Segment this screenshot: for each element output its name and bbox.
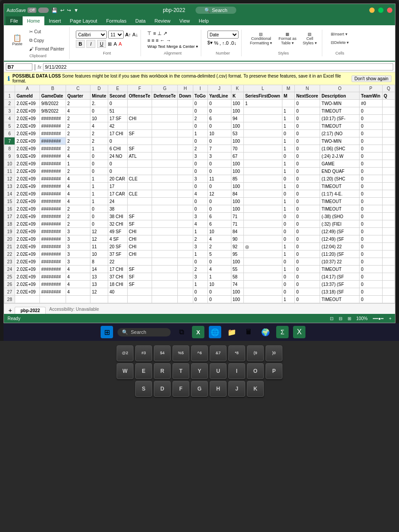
cell-r9c15[interactable]: (:24) 2-J.W: [320, 153, 360, 160]
cell-r11c1[interactable]: 2.02E+09: [15, 168, 40, 175]
key-at-2[interactable]: @2: [117, 345, 133, 361]
cell-r16c13[interactable]: 1: [282, 205, 294, 213]
cell-r20c12[interactable]: [243, 235, 282, 243]
cell-r21c11[interactable]: 92: [231, 243, 243, 250]
cell-r21c12[interactable]: ◎: [243, 243, 282, 250]
cell-r24c4[interactable]: 14: [90, 266, 108, 273]
cell-r16c1[interactable]: 2.02E+09: [15, 205, 40, 213]
cell-r13c7[interactable]: [152, 183, 178, 190]
calculator-taskbar-icon[interactable]: 🖩: [243, 326, 255, 338]
cell-r4c4[interactable]: 10: [90, 115, 108, 122]
key-t[interactable]: T: [172, 363, 189, 379]
cell-r2c15[interactable]: TWO-MIN: [320, 100, 360, 107]
row-header-8[interactable]: 8: [4, 145, 15, 153]
cell-r16c5[interactable]: 38: [108, 205, 127, 213]
cell-r15c10[interactable]: 0: [207, 198, 231, 205]
cell-r20c7[interactable]: [152, 235, 178, 243]
cell-r24c5[interactable]: 17 CHI: [108, 266, 127, 273]
cell-r11c16[interactable]: 0: [360, 168, 382, 175]
cell-r27c12[interactable]: [243, 288, 282, 296]
bold-button[interactable]: B: [76, 40, 85, 48]
cell-r26c7[interactable]: [152, 281, 178, 288]
cell-r10c2[interactable]: ########: [39, 160, 66, 168]
cell-r27c15[interactable]: (13:18) (SF: [320, 288, 360, 296]
cell-r25c9[interactable]: 3: [193, 273, 207, 281]
cell-r24c8[interactable]: [177, 266, 193, 273]
cell-r9c9[interactable]: 3: [193, 153, 207, 160]
cell-r27c13[interactable]: 0: [282, 288, 294, 296]
cell-r25c10[interactable]: 1: [207, 273, 231, 281]
cell-r14c14[interactable]: 0: [295, 190, 320, 198]
cell-r18c8[interactable]: [177, 220, 193, 228]
cell-r4c16[interactable]: 0: [360, 115, 382, 122]
cell-r19c16[interactable]: 0: [360, 228, 382, 235]
cell-r25c4[interactable]: 13: [90, 273, 108, 281]
cell-r6c13[interactable]: 0: [282, 130, 294, 137]
cell-r12c5[interactable]: 20 CAR: [108, 175, 127, 183]
view-normal-icon[interactable]: ⊡: [330, 316, 333, 321]
row-header-18[interactable]: 18: [4, 220, 15, 228]
cell-r9c14[interactable]: 0: [295, 153, 320, 160]
cell-r21c4[interactable]: 11: [90, 243, 108, 250]
cell-r28c12[interactable]: [243, 296, 282, 303]
cell-r13c9[interactable]: 0: [193, 183, 207, 190]
cell-r26c14[interactable]: 0: [295, 281, 320, 288]
increase-decimal-icon[interactable]: ↑.0: [222, 40, 229, 46]
format-as-table-button[interactable]: ▦ Format as Table ▾: [276, 31, 299, 47]
paste-button[interactable]: 📋 Paste: [9, 33, 25, 47]
cell-r18c7[interactable]: [152, 220, 178, 228]
cell-r4c17[interactable]: [382, 115, 395, 122]
decrease-decimal-icon[interactable]: .0↓: [230, 40, 237, 46]
autosave-toggle[interactable]: [38, 8, 49, 13]
border-icon[interactable]: ⊞: [108, 41, 112, 47]
cell-r14c1[interactable]: 2.02E+09: [15, 190, 40, 198]
cell-r13c3[interactable]: 4: [66, 183, 90, 190]
col-header-n[interactable]: N: [295, 85, 320, 92]
cell-r4c2[interactable]: ########: [39, 115, 66, 122]
cell-r21c1[interactable]: 2.02E+09: [15, 243, 40, 250]
sheet-tab-pbp2022[interactable]: pbp-2022: [15, 307, 46, 314]
cell-r15c16[interactable]: 0: [360, 198, 382, 205]
cell-r16c9[interactable]: 0: [193, 205, 207, 213]
cell-r20c15[interactable]: (12:49) (SF: [320, 235, 360, 243]
cell-r2c17[interactable]: [382, 100, 395, 107]
cell-r25c16[interactable]: 0: [360, 273, 382, 281]
cell-r15c1[interactable]: 2.02E+09: [15, 198, 40, 205]
col-header-j[interactable]: J: [207, 85, 231, 92]
cell-r7c14[interactable]: 0: [295, 137, 320, 145]
cell-r5c5[interactable]: 42: [108, 122, 127, 130]
key-d[interactable]: D: [154, 381, 171, 397]
cell-r8c8[interactable]: [177, 145, 193, 153]
key-e[interactable]: E: [135, 363, 152, 379]
cell-r4c7[interactable]: [152, 115, 178, 122]
cell-r1c16[interactable]: TeamWin: [360, 92, 382, 100]
cell-r6c3[interactable]: 2: [66, 130, 90, 137]
cell-r6c2[interactable]: ########: [39, 130, 66, 137]
cell-r3c2[interactable]: 9/8/2022: [39, 107, 66, 115]
cell-r13c13[interactable]: 1: [282, 183, 294, 190]
cell-r23c6[interactable]: [127, 258, 152, 266]
cell-r28c13[interactable]: 1: [282, 296, 294, 303]
cell-r18c13[interactable]: 0: [282, 220, 294, 228]
zoom-slider[interactable]: ━━●━: [373, 316, 383, 321]
cell-r17c13[interactable]: 0: [282, 213, 294, 220]
cell-r19c15[interactable]: (12:49) (SF: [320, 228, 360, 235]
row-header-22[interactable]: 22: [4, 250, 15, 258]
cell-r28c5[interactable]: [108, 296, 127, 303]
cell-r12c9[interactable]: 3: [193, 175, 207, 183]
cell-r25c1[interactable]: 2.02E+09: [15, 273, 40, 281]
cell-r8c2[interactable]: ########: [39, 145, 66, 153]
cell-r6c9[interactable]: 1: [193, 130, 207, 137]
key-r[interactable]: R: [154, 363, 171, 379]
cell-r23c17[interactable]: [382, 258, 395, 266]
col-header-k[interactable]: K: [231, 85, 243, 92]
redo-icon[interactable]: ↪: [67, 8, 71, 13]
cell-r24c16[interactable]: 0: [360, 266, 382, 273]
cell-r27c16[interactable]: 0: [360, 288, 382, 296]
cell-r9c1[interactable]: 9.02E+09: [15, 153, 40, 160]
cell-r20c10[interactable]: 4: [207, 235, 231, 243]
font-size-select[interactable]: 11: [108, 31, 124, 39]
cell-r16c8[interactable]: [177, 205, 193, 213]
cell-r8c14[interactable]: 0: [295, 145, 320, 153]
cell-r4c13[interactable]: 1: [282, 115, 294, 122]
